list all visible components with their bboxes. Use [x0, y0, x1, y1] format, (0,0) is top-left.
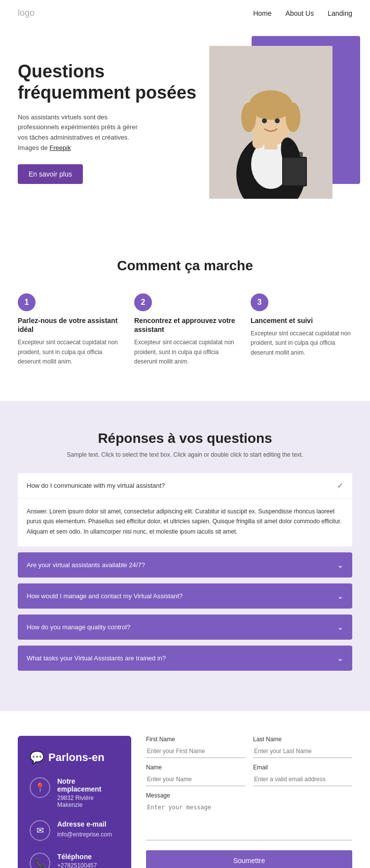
svg-point-7 — [286, 103, 300, 132]
contact-phone: 📞 Téléphone +27825100457 — [30, 853, 119, 868]
nav-landing[interactable]: Landing — [328, 9, 352, 17]
form-group-name: Name — [146, 764, 245, 786]
svg-rect-13 — [283, 158, 306, 185]
contact-card: 💬 Parlons-en 📍 Notre emplacement 29832 R… — [18, 736, 131, 868]
hero-title: Questions fréquemment posées — [18, 61, 199, 103]
email-icon: ✉ — [30, 820, 50, 841]
phone-icon: 📞 — [30, 853, 50, 868]
form-group-message: Message — [146, 792, 352, 840]
faq-item-2: How would I manage and contact my Virtua… — [18, 583, 352, 609]
step-3-title: Lancement et suivi — [251, 316, 352, 325]
step-2-title: Rencontrez et approuvez votre assistant — [134, 316, 236, 334]
form-row-name: First Name Last Name — [146, 736, 352, 758]
nav-about[interactable]: About Us — [286, 9, 314, 17]
faq-chevron-4: ⌄ — [337, 653, 343, 663]
email-input[interactable] — [253, 773, 352, 786]
last-name-label: Last Name — [253, 736, 352, 743]
form-group-email: Email — [253, 764, 352, 786]
faq-item-1: Are your virtual assistants available 24… — [18, 552, 352, 578]
hero-illustration — [209, 46, 333, 199]
email-label: Email — [253, 764, 352, 771]
step-3: 3 Lancement et suivi Excepteur sint occa… — [251, 293, 352, 366]
navbar: logo Home About Us Landing — [0, 0, 370, 26]
contact-email: ✉ Adresse e-mail info@entreprise.com — [30, 820, 119, 841]
hero-text: Questions fréquemment posées Nos assista… — [18, 61, 199, 184]
submit-button[interactable]: Soumettre — [146, 850, 352, 868]
first-name-input[interactable] — [146, 745, 245, 758]
step-3-number: 3 — [251, 293, 268, 311]
faq-chevron-3: ⌄ — [337, 622, 343, 632]
step-2-desc: Excepteur sint occaecat cupidatat non pr… — [134, 338, 236, 366]
hero-image-wrap — [199, 46, 352, 199]
step-2: 2 Rencontrez et approuvez votre assistan… — [134, 293, 236, 366]
faq-question-2: How would I manage and contact my Virtua… — [27, 592, 183, 600]
message-label: Message — [146, 792, 352, 799]
freepik-link[interactable]: Freepik — [49, 144, 71, 151]
message-textarea[interactable] — [146, 801, 352, 840]
hero-section: Questions fréquemment posées Nos assista… — [0, 26, 370, 228]
last-name-input[interactable] — [253, 745, 352, 758]
phone-title: Téléphone — [57, 853, 97, 861]
how-title: Comment ça marche — [18, 258, 352, 274]
email-value[interactable]: info@entreprise.com — [57, 831, 112, 838]
faq-chevron-1: ⌄ — [337, 560, 343, 570]
faq-question-4: What tasks your Virtual Assistants are t… — [27, 654, 166, 662]
faq-question-0: How do I communicate with my virtual ass… — [27, 482, 165, 489]
step-1-title: Parlez-nous de votre assistant idéal — [18, 316, 119, 334]
contact-form: First Name Last Name Name Email Message … — [131, 736, 352, 868]
step-1-desc: Excepteur sint occaecat cupidatat non pr… — [18, 338, 119, 366]
form-row-name-email: Name Email — [146, 764, 352, 786]
faq-item-0: How do I communicate with my virtual ass… — [18, 473, 352, 546]
nav-home[interactable]: Home — [253, 9, 271, 17]
contact-card-title: 💬 Parlons-en — [30, 751, 119, 764]
chat-icon: 💬 — [30, 751, 44, 764]
contact-location: 📍 Notre emplacement 29832 Rivière Makenz… — [30, 777, 119, 808]
email-title: Adresse e-mail — [57, 820, 112, 828]
name-input[interactable] — [146, 773, 245, 786]
step-1: 1 Parlez-nous de votre assistant idéal E… — [18, 293, 119, 366]
step-1-number: 1 — [18, 293, 36, 311]
nav-links: Home About Us Landing — [253, 9, 352, 17]
faq-answer-0: Answer. Lorem ipsum dolor sit amet, cons… — [18, 498, 352, 546]
hero-image — [209, 46, 333, 199]
faq-header-2[interactable]: How would I manage and contact my Virtua… — [18, 583, 352, 609]
hero-description: Nos assistants virtuels sont des profess… — [18, 112, 146, 153]
hero-cta-button[interactable]: En savoir plus — [18, 164, 83, 184]
faq-subtitle: Sample text. Click to select the text bo… — [18, 451, 352, 458]
svg-point-8 — [262, 118, 267, 123]
svg-point-6 — [241, 103, 256, 132]
faq-header-4[interactable]: What tasks your Virtual Assistants are t… — [18, 646, 352, 671]
faq-chevron-0: ✓ — [337, 481, 343, 490]
faq-question-1: Are your virtual assistants available 24… — [27, 561, 145, 569]
nav-logo: logo — [18, 8, 35, 18]
first-name-label: First Name — [146, 736, 245, 743]
contact-section: 💬 Parlons-en 📍 Notre emplacement 29832 R… — [0, 711, 370, 868]
step-3-desc: Excepteur sint occaecat cupidatat non pr… — [251, 329, 352, 358]
faq-header-3[interactable]: How do you manage quality control? ⌄ — [18, 615, 352, 640]
location-title: Notre emplacement — [57, 777, 119, 793]
faq-section: Réponses à vos questions Sample text. Cl… — [0, 401, 370, 711]
faq-question-3: How do you manage quality control? — [27, 623, 130, 631]
form-group-last-name: Last Name — [253, 736, 352, 758]
faq-header-0[interactable]: How do I communicate with my virtual ass… — [18, 473, 352, 498]
phone-value: +27825100457 — [57, 862, 97, 868]
location-value: 29832 Rivière Makenzie — [57, 795, 119, 808]
form-group-first-name: First Name — [146, 736, 245, 758]
svg-point-9 — [275, 118, 280, 123]
how-section: Comment ça marche 1 Parlez-nous de votre… — [0, 228, 370, 401]
faq-header-1[interactable]: Are your virtual assistants available 24… — [18, 552, 352, 578]
faq-title: Réponses à vos questions — [18, 431, 352, 446]
faq-chevron-2: ⌄ — [337, 591, 343, 601]
faq-item-3: How do you manage quality control? ⌄ — [18, 615, 352, 640]
steps-container: 1 Parlez-nous de votre assistant idéal E… — [18, 293, 352, 366]
step-2-number: 2 — [134, 293, 152, 311]
name-label: Name — [146, 764, 245, 771]
faq-item-4: What tasks your Virtual Assistants are t… — [18, 646, 352, 671]
location-icon: 📍 — [30, 777, 50, 798]
